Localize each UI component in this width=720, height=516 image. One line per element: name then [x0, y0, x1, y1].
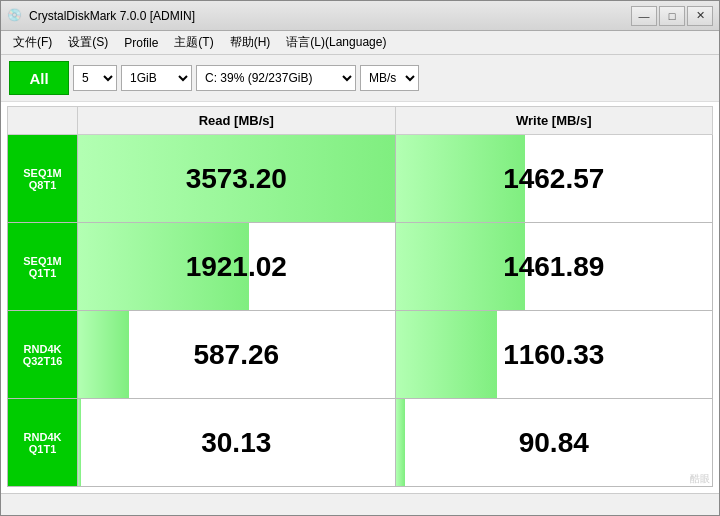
close-button[interactable]: ✕ — [687, 6, 713, 26]
read-value-1: 1921.02 — [78, 223, 396, 311]
count-select[interactable]: 5 1 3 10 — [73, 65, 117, 91]
main-content: Read [MB/s] Write [MB/s] SEQ1MQ8T13573.2… — [1, 102, 719, 493]
minimize-button[interactable]: — — [631, 6, 657, 26]
write-value-2: 1160.33 — [395, 311, 713, 399]
read-value-2: 587.26 — [78, 311, 396, 399]
row-label-2: RND4KQ32T16 — [8, 311, 78, 399]
col-header-read: Read [MB/s] — [78, 107, 396, 135]
menu-bar: 文件(F)设置(S)Profile主题(T)帮助(H)语言(L)(Languag… — [1, 31, 719, 55]
title-bar: 💿 CrystalDiskMark 7.0.0 [ADMIN] — □ ✕ — [1, 1, 719, 31]
table-row: RND4KQ32T16587.261160.33 — [8, 311, 713, 399]
status-bar — [1, 493, 719, 515]
menu-item-f[interactable]: 文件(F) — [5, 32, 60, 53]
size-select[interactable]: 1GiB 512MiB 2GiB 4GiB — [121, 65, 192, 91]
write-value-3: 90.84 — [395, 399, 713, 487]
window-title: CrystalDiskMark 7.0.0 [ADMIN] — [29, 9, 631, 23]
all-button[interactable]: All — [9, 61, 69, 95]
col-header-label — [8, 107, 78, 135]
row-label-1: SEQ1MQ1T1 — [8, 223, 78, 311]
table-row: SEQ1MQ8T13573.201462.57 — [8, 135, 713, 223]
benchmark-table: Read [MB/s] Write [MB/s] SEQ1MQ8T13573.2… — [7, 106, 713, 487]
table-row: SEQ1MQ1T11921.021461.89 — [8, 223, 713, 311]
window-controls: — □ ✕ — [631, 6, 713, 26]
menu-item-s[interactable]: 设置(S) — [60, 32, 116, 53]
table-row: RND4KQ1T130.1390.84 — [8, 399, 713, 487]
row-label-0: SEQ1MQ8T1 — [8, 135, 78, 223]
drive-select[interactable]: C: 39% (92/237GiB) — [196, 65, 356, 91]
write-value-1: 1461.89 — [395, 223, 713, 311]
main-window: 💿 CrystalDiskMark 7.0.0 [ADMIN] — □ ✕ 文件… — [0, 0, 720, 516]
write-value-0: 1462.57 — [395, 135, 713, 223]
col-header-write: Write [MB/s] — [395, 107, 713, 135]
maximize-button[interactable]: □ — [659, 6, 685, 26]
unit-select[interactable]: MB/s GB/s IOPS μs — [360, 65, 419, 91]
read-value-3: 30.13 — [78, 399, 396, 487]
toolbar: All 5 1 3 10 1GiB 512MiB 2GiB 4GiB C: 39… — [1, 55, 719, 102]
watermark: 酷眼 — [690, 472, 710, 486]
row-label-3: RND4KQ1T1 — [8, 399, 78, 487]
menu-item-t[interactable]: 主题(T) — [166, 32, 221, 53]
read-value-0: 3573.20 — [78, 135, 396, 223]
menu-item-h[interactable]: 帮助(H) — [222, 32, 279, 53]
menu-item-profile[interactable]: Profile — [116, 34, 166, 52]
menu-item-llanguage[interactable]: 语言(L)(Language) — [278, 32, 394, 53]
app-icon: 💿 — [7, 8, 23, 24]
